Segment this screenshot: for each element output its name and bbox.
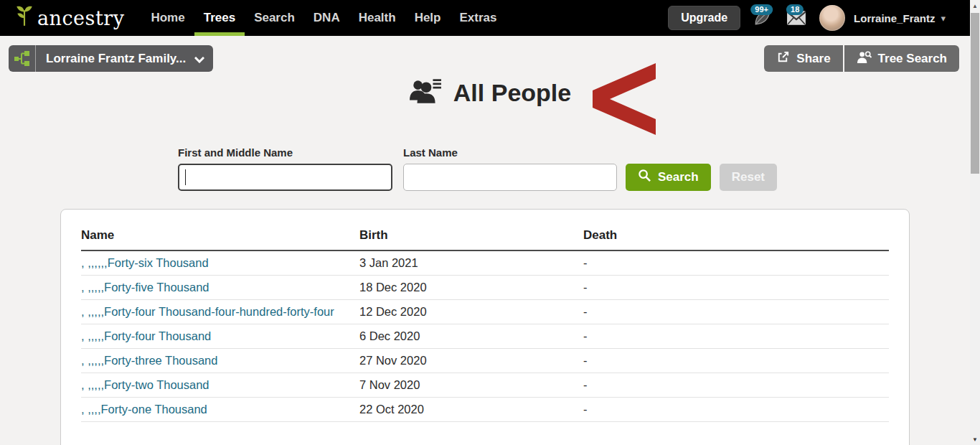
title-row: All People	[0, 78, 980, 108]
hints-button[interactable]: 99+	[753, 7, 773, 29]
table-row: , ,,,,Forty-one Thousand 22 Oct 2020 -	[81, 398, 889, 422]
tree-actions-group: Share Tree Search	[764, 45, 959, 72]
people-search-form: First and Middle Name Last Name Search R…	[178, 146, 777, 191]
scroll-down-icon[interactable]: ▼	[970, 434, 980, 445]
ancestry-leaf-icon	[14, 6, 34, 30]
table-row: , ,,,,,,Forty-six Thousand 3 Jan 2021 -	[81, 251, 889, 276]
family-tree-icon	[9, 45, 36, 72]
last-name-label: Last Name	[403, 146, 617, 159]
hints-badge: 99+	[750, 4, 773, 15]
person-link[interactable]: , ,,,,,Forty-two Thousand	[81, 378, 209, 391]
table-header-row: Name Birth Death	[81, 228, 889, 251]
person-link[interactable]: , ,,,,,Forty-four Thousand-four-hundred-…	[81, 305, 334, 318]
birth-cell: 27 Nov 2020	[359, 352, 583, 370]
brand-wordmark: ancestry	[37, 7, 124, 29]
tree-search-label: Tree Search	[878, 52, 947, 66]
nav-item-trees[interactable]: Trees	[194, 0, 245, 36]
user-avatar[interactable]	[819, 5, 845, 31]
tree-search-button[interactable]: Tree Search	[844, 45, 959, 72]
scrollbar-thumb[interactable]	[971, 13, 979, 174]
first-middle-name-label: First and Middle Name	[178, 146, 392, 159]
table-row: , ,,,,,Forty-five Thousand 18 Dec 2020 -	[81, 276, 889, 300]
share-button[interactable]: Share	[764, 45, 842, 72]
death-cell: -	[583, 352, 889, 370]
scroll-up-icon[interactable]: ▲	[970, 0, 980, 11]
death-cell: -	[583, 400, 889, 418]
nav-right-group: Upgrade 99+ 18 Lorraine_Frantz ▾	[668, 5, 946, 31]
person-link[interactable]: , ,,,,,Forty-four Thousand	[81, 329, 211, 342]
death-cell: -	[583, 327, 889, 345]
nav-item-dna[interactable]: DNA	[304, 0, 349, 36]
share-icon	[776, 50, 790, 67]
table-row: , ,,,,,Forty-two Thousand 7 Nov 2020 -	[81, 373, 889, 398]
tree-selector[interactable]: Lorraine Frantz Family...	[9, 45, 213, 72]
last-name-field-group: Last Name	[403, 146, 617, 191]
first-middle-name-field-group: First and Middle Name	[178, 146, 392, 191]
birth-cell: 7 Nov 2020	[359, 376, 583, 394]
people-list-card: Name Birth Death , ,,,,,,Forty-six Thous…	[60, 209, 910, 445]
nav-item-extras[interactable]: Extras	[450, 0, 506, 36]
ancestry-logo[interactable]: ancestry	[14, 6, 124, 30]
birth-cell: 12 Dec 2020	[359, 303, 583, 321]
birth-cell: 6 Dec 2020	[359, 327, 583, 345]
table-row: , ,,,,,Forty-three Thousand 27 Nov 2020 …	[81, 349, 889, 373]
last-name-input[interactable]	[403, 164, 617, 191]
column-header-death: Death	[583, 228, 889, 243]
all-people-icon	[409, 78, 442, 108]
column-header-birth: Birth	[359, 228, 583, 243]
person-search-icon	[857, 50, 872, 67]
table-row: , ,,,,,Forty-four Thousand-four-hundred-…	[81, 300, 889, 324]
chevron-down-icon	[194, 53, 204, 66]
tree-selector-label: Lorraine Frantz Family...	[36, 52, 194, 66]
table-row: , ,,,,,Forty-four Thousand 6 Dec 2020 -	[81, 324, 889, 349]
nav-item-home[interactable]: Home	[141, 0, 194, 36]
page-title: All People	[453, 79, 571, 107]
top-nav: ancestry Home Trees Search DNA Health He…	[0, 0, 980, 36]
nav-item-help[interactable]: Help	[405, 0, 451, 36]
first-middle-name-input[interactable]	[178, 164, 392, 191]
red-arrow-annotation-icon	[593, 62, 656, 139]
death-cell: -	[583, 303, 889, 321]
messages-badge: 18	[786, 4, 804, 15]
death-cell: -	[583, 278, 889, 296]
person-link[interactable]: , ,,,,,,Forty-six Thousand	[81, 256, 209, 269]
search-button-label: Search	[658, 170, 699, 184]
person-link[interactable]: , ,,,,Forty-one Thousand	[81, 403, 207, 416]
birth-cell: 18 Dec 2020	[359, 278, 583, 296]
birth-cell: 3 Jan 2021	[359, 254, 583, 272]
username[interactable]: Lorraine_Frantz	[854, 12, 935, 24]
reset-button[interactable]: Reset	[720, 164, 777, 191]
column-header-name: Name	[81, 228, 359, 243]
nav-item-health[interactable]: Health	[349, 0, 405, 36]
user-menu-chevron-icon[interactable]: ▾	[941, 13, 946, 24]
vertical-scrollbar[interactable]: ▲ ▼	[970, 0, 980, 445]
messages-button[interactable]: 18	[786, 7, 806, 29]
upgrade-button[interactable]: Upgrade	[668, 6, 740, 30]
person-link[interactable]: , ,,,,,Forty-three Thousand	[81, 354, 217, 367]
birth-cell: 22 Oct 2020	[359, 400, 583, 418]
share-label: Share	[796, 52, 830, 66]
magnifier-icon	[638, 169, 651, 186]
text-cursor	[185, 169, 186, 185]
death-cell: -	[583, 254, 889, 272]
death-cell: -	[583, 376, 889, 394]
search-button[interactable]: Search	[626, 164, 711, 191]
person-link[interactable]: , ,,,,,Forty-five Thousand	[81, 281, 209, 294]
nav-item-search[interactable]: Search	[245, 0, 304, 36]
